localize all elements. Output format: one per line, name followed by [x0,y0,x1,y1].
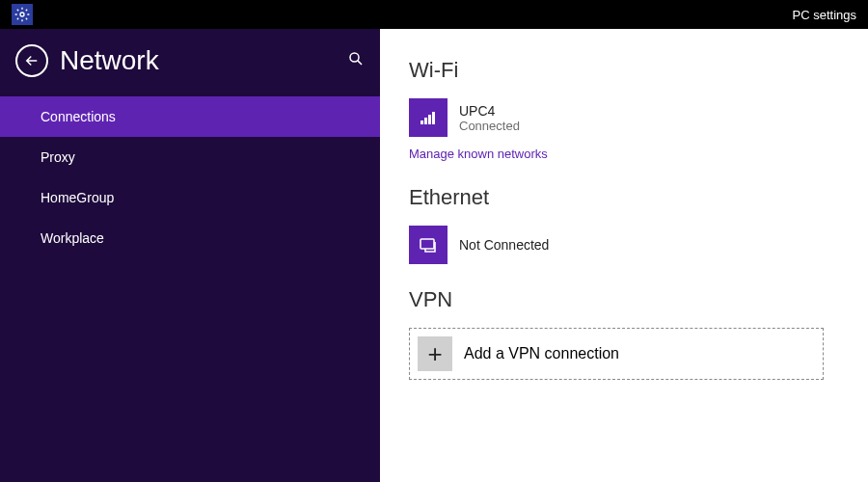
sidebar-item-proxy[interactable]: Proxy [0,137,380,177]
page-title: Network [60,45,336,76]
ethernet-icon [409,226,448,264]
ethernet-heading: Ethernet [409,185,839,210]
svg-rect-6 [420,239,434,249]
wifi-signal-icon [409,98,448,137]
sidebar-item-label: Connections [41,109,116,124]
sidebar: Network Connections Proxy HomeGroup Work… [0,29,380,482]
svg-rect-4 [428,115,431,124]
sidebar-header: Network [0,29,380,96]
search-button[interactable] [347,50,365,71]
sidebar-item-homegroup[interactable]: HomeGroup [0,177,380,218]
ethernet-connection-row[interactable]: Not Connected [409,226,839,264]
wifi-connection-row[interactable]: UPC4 Connected [409,98,839,137]
search-icon [347,50,365,67]
ethernet-connection-text: Not Connected [459,237,549,253]
sidebar-item-label: Proxy [41,149,75,165]
svg-rect-5 [432,112,435,124]
vpn-heading: VPN [409,287,839,312]
back-button[interactable] [15,44,48,77]
wifi-heading: Wi-Fi [409,58,839,83]
svg-rect-3 [424,118,427,124]
ethernet-status: Not Connected [459,237,549,253]
wifi-connection-text: UPC4 Connected [459,103,520,133]
container: Network Connections Proxy HomeGroup Work… [0,29,868,482]
main-panel: Wi-Fi UPC4 Connected Manage known networ… [380,29,868,482]
sidebar-item-connections[interactable]: Connections [0,96,380,137]
svg-point-0 [20,13,24,16]
sidebar-item-label: HomeGroup [41,190,114,205]
wifi-network-name: UPC4 [459,103,520,119]
titlebar: PC settings [0,0,868,29]
svg-point-1 [350,53,359,62]
arrow-left-icon [23,52,41,69]
svg-rect-2 [420,120,423,124]
manage-known-networks-link[interactable]: Manage known networks [409,147,548,161]
pc-settings-label: PC settings [793,8,856,22]
settings-icon[interactable] [12,4,33,25]
plus-icon: + [418,336,452,371]
add-vpn-button[interactable]: + Add a VPN connection [409,328,824,380]
sidebar-item-label: Workplace [41,230,104,246]
wifi-network-status: Connected [459,119,520,133]
sidebar-item-workplace[interactable]: Workplace [0,218,380,258]
add-vpn-label: Add a VPN connection [464,345,619,362]
